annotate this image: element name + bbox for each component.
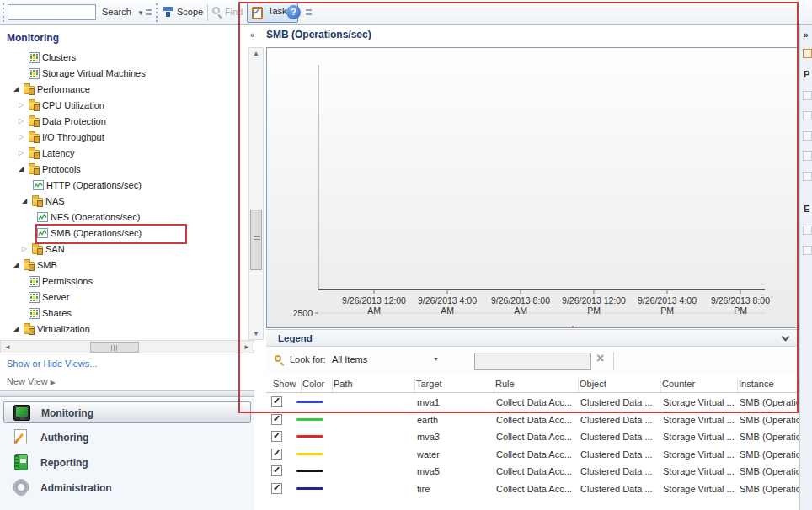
tree-item-shares[interactable]: Shares [0, 305, 254, 321]
show-checkbox[interactable] [271, 483, 282, 494]
collapse-node-icon[interactable]: ◢ [13, 325, 19, 332]
collapse-pane-icon[interactable]: « [250, 30, 262, 42]
tree-item-i-o-throughput[interactable]: ▷I/O Throughput [0, 130, 254, 146]
column-header-show[interactable]: Show [273, 379, 302, 392]
cell-object: Clustered Data ... [580, 415, 662, 425]
tree-item-clusters[interactable]: Clusters [0, 50, 254, 66]
legend-row-earth[interactable]: earthCollect Data Acc...Clustered Data .… [266, 412, 799, 428]
scope-button[interactable]: Scope [177, 7, 203, 17]
collapse-node-icon[interactable]: ◢ [19, 165, 24, 173]
show-checkbox[interactable] [271, 396, 282, 407]
results-vertical-scrollbar[interactable]: ▲ ▼ [248, 47, 264, 340]
tree-item-san[interactable]: ▷SAN [0, 242, 254, 258]
workspace-button-label: Authoring [40, 432, 88, 444]
column-header-object[interactable]: Object [580, 379, 661, 392]
tree-item-smb[interactable]: ◢SMB [0, 258, 254, 274]
clear-filter-icon[interactable]: × [596, 351, 604, 366]
collapse-node-icon[interactable]: ◢ [13, 261, 19, 268]
expand-tasks-icon[interactable]: » [804, 30, 809, 40]
x-axis-tick-label: 9/26/2013 12:00 [562, 295, 626, 305]
legend-row-water[interactable]: waterCollect Data Acc...Clustered Data .… [266, 446, 799, 463]
scroll-left-icon[interactable]: ◄ [2, 343, 13, 351]
collapse-node-icon[interactable]: ◢ [22, 197, 27, 205]
toolbar-grip[interactable] [156, 3, 159, 22]
legend-row-mva1[interactable]: mva1Collect Data Acc...Clustered Data ..… [266, 394, 799, 411]
series-color-swatch [296, 418, 323, 421]
tree-item-data-protection[interactable]: ▷Data Protection [0, 114, 254, 130]
legend-row-mva5[interactable]: mva5Collect Data Acc...Clustered Data ..… [266, 463, 799, 480]
workspace-button-authoring[interactable]: Authoring [3, 427, 251, 449]
workspace-button-monitoring[interactable]: Monitoring [3, 401, 251, 423]
show-checkbox[interactable] [271, 431, 282, 442]
state-view-icon [29, 52, 40, 63]
tree-hscroll-thumb[interactable] [90, 342, 139, 353]
column-header-color[interactable]: Color [302, 379, 333, 392]
toolbar: Search ▼ Scope Find Tasks ? [0, 0, 812, 25]
monitoring-tree: ClustersStorage Virtual Machines◢Perform… [0, 50, 254, 337]
legend-search-input[interactable] [474, 353, 591, 370]
show-checkbox[interactable] [271, 414, 282, 425]
expand-node-icon[interactable]: ▷ [22, 245, 27, 252]
filter-dropdown-icon[interactable]: ▼ [433, 356, 439, 362]
legend-title: Legend [278, 333, 313, 343]
expand-node-icon[interactable]: ▷ [19, 101, 24, 109]
tree-horizontal-scrollbar[interactable]: ◄ ► [0, 340, 254, 353]
cell-instance: SMB (Operatio [740, 432, 799, 442]
expand-node-icon[interactable]: ▷ [19, 117, 24, 125]
tree-item-label: Permissions [42, 276, 93, 286]
scope-icon [163, 6, 174, 18]
column-header-target[interactable]: Target [416, 379, 494, 392]
tree-item-performance[interactable]: ◢Performance [0, 82, 254, 98]
legend-row-fire[interactable]: fireCollect Data Acc...Clustered Data ..… [266, 481, 799, 497]
search-button[interactable]: Search [102, 7, 131, 17]
tree-item-storage-virtual-machines[interactable]: Storage Virtual Machines [0, 66, 254, 82]
state-view-icon [29, 292, 40, 303]
scroll-up-icon[interactable]: ▲ [249, 50, 263, 57]
show-hide-views-link[interactable]: Show or Hide Views... [7, 359, 97, 369]
reporting-icon [14, 454, 28, 470]
vscroll-thumb[interactable] [250, 210, 262, 270]
workspace-button-administration[interactable]: Administration [3, 477, 251, 499]
expand-node-icon[interactable]: ▷ [19, 149, 24, 157]
folder-lock-icon [24, 262, 35, 270]
legend-title-bar[interactable]: Legend [266, 329, 799, 347]
toolbar-grip[interactable] [3, 3, 6, 22]
tree-item-server[interactable]: Server [0, 290, 254, 305]
folder-lock-icon [29, 134, 40, 142]
tree-item-latency[interactable]: ▷Latency [0, 146, 254, 162]
legend-row-mva3[interactable]: mva3Collect Data Acc...Clustered Data ..… [266, 428, 799, 445]
cell-object: Clustered Data ... [580, 432, 662, 442]
look-for-filter-select[interactable]: All Items [332, 354, 441, 364]
column-header-path[interactable]: Path [334, 379, 415, 392]
search-input[interactable] [8, 4, 96, 20]
tree-item-protocols[interactable]: ◢Protocols [0, 162, 254, 178]
tree-item-smb-operations-sec-[interactable]: SMB (Operations/sec) [0, 226, 254, 242]
collapse-node-icon[interactable]: ◢ [13, 85, 19, 93]
workspace-button-reporting[interactable]: Reporting [3, 452, 251, 474]
scroll-down-icon[interactable]: ▼ [249, 330, 263, 337]
tree-item-label: Virtualization [37, 324, 90, 334]
scroll-right-icon[interactable]: ► [241, 343, 253, 351]
column-header-rule[interactable]: Rule [495, 379, 579, 392]
expand-node-icon[interactable]: ▷ [19, 133, 24, 141]
toolbar-overflow-icon[interactable] [306, 9, 312, 15]
tree-item-cpu-utilization[interactable]: ▷CPU Utilization [0, 98, 254, 114]
toolbar-overflow-icon[interactable] [146, 9, 152, 15]
search-dropdown-icon[interactable]: ▼ [137, 9, 144, 17]
legend-filter-row: Look for: All Items ▼ × [266, 348, 799, 375]
cell-counter: Storage Virtual ... [663, 466, 739, 476]
pane-splitter[interactable] [0, 390, 254, 397]
show-checkbox[interactable] [271, 465, 282, 476]
column-header-instance[interactable]: Instance [739, 379, 799, 392]
help-button[interactable]: ? [286, 5, 301, 19]
new-view-menu[interactable]: New View ▶ [7, 376, 56, 386]
tree-item-nfs-operations-sec-[interactable]: NFS (Operations/sec) [0, 210, 254, 226]
column-header-counter[interactable]: Counter [662, 379, 738, 392]
tree-item-http-operations-sec-[interactable]: HTTP (Operations/sec) [0, 178, 254, 194]
tree-item-virtualization[interactable]: ◢Virtualization [0, 321, 254, 337]
cell-counter: Storage Virtual ... [663, 397, 739, 407]
chevron-down-icon[interactable] [782, 333, 790, 342]
tree-item-nas[interactable]: ◢NAS [0, 194, 254, 210]
show-checkbox[interactable] [271, 449, 282, 460]
tree-item-permissions[interactable]: Permissions [0, 274, 254, 290]
